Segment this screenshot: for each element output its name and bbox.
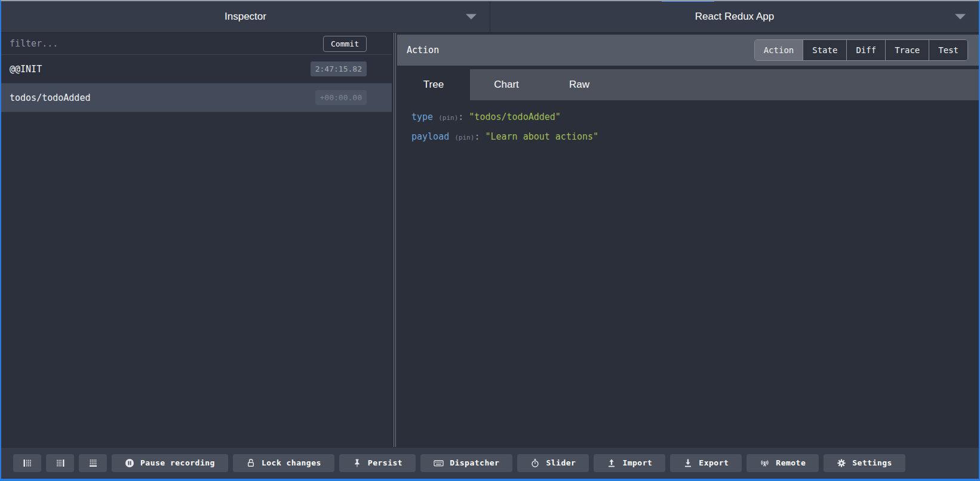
redux-devtools-window: Inspector React Redux App Commit @@INIT …: [0, 0, 980, 481]
instance-selector[interactable]: React Redux App: [490, 1, 979, 32]
tab-trace[interactable]: Trace: [885, 40, 929, 60]
lock-changes-button[interactable]: Lock changes: [233, 454, 334, 472]
pin-link[interactable]: (pin): [454, 134, 474, 141]
toolbar-button-label: Persist: [368, 458, 403, 467]
toolbar-button-label: Lock changes: [262, 458, 321, 467]
toolbar-button-label: Pause recording: [140, 458, 215, 467]
monitor-title: Inspector: [225, 11, 266, 23]
toolbar-button-label: Settings: [852, 458, 892, 467]
monitor-selector[interactable]: Inspector: [1, 1, 490, 32]
detail-header: Action Action State Diff Trace Test: [397, 35, 979, 66]
action-name: @@INIT: [10, 64, 42, 75]
dock-left-icon: [23, 458, 32, 468]
tab-state[interactable]: State: [803, 40, 846, 60]
import-button[interactable]: Import: [594, 454, 665, 472]
tree-key[interactable]: payload: [411, 131, 449, 142]
dispatcher-button[interactable]: Dispatcher: [420, 454, 512, 472]
export-button[interactable]: Export: [670, 454, 742, 472]
tree-value: "todos/todoAdded": [469, 112, 561, 122]
action-name: todos/todoAdded: [10, 92, 90, 103]
inspector-detail-panel: Action Action State Diff Trace Test Tree…: [397, 33, 979, 447]
dock-left-button[interactable]: [13, 454, 41, 472]
action-list-item-init[interactable]: @@INIT 2:47:15.82: [1, 55, 392, 84]
header: Inspector React Redux App: [1, 1, 979, 33]
detail-header-title: Action: [407, 45, 439, 56]
filter-row: Commit: [1, 33, 392, 55]
main-area: Commit @@INIT 2:47:15.82 todos/todoAdded…: [1, 33, 979, 447]
toolbar-button-label: Remote: [776, 458, 806, 467]
tab-test[interactable]: Test: [929, 40, 967, 60]
toolbar-button-label: Dispatcher: [450, 458, 499, 467]
remote-button[interactable]: Remote: [746, 454, 819, 472]
pause-recording-button[interactable]: Pause recording: [112, 454, 228, 472]
action-tree-view: type (pin): "todos/todoAdded" payload (p…: [397, 100, 979, 447]
tree-key[interactable]: type: [411, 112, 433, 122]
action-list-panel: Commit @@INIT 2:47:15.82 todos/todoAdded…: [1, 33, 392, 447]
export-icon: [683, 458, 693, 468]
toolbar-button-label: Import: [622, 458, 652, 467]
toolbar-button-label: Slider: [546, 458, 576, 467]
dock-right-icon: [56, 458, 65, 468]
tree-colon: :: [474, 131, 480, 142]
pin-icon: [352, 458, 362, 468]
tree-colon: :: [458, 112, 463, 122]
settings-button[interactable]: Settings: [824, 454, 905, 472]
persist-button[interactable]: Persist: [339, 454, 416, 472]
slider-button[interactable]: Slider: [517, 454, 589, 472]
lock-icon: [246, 458, 256, 468]
action-list-item-todo-added[interactable]: todos/todoAdded +00:00.00: [1, 84, 392, 112]
action-timestamp: +00:00.00: [315, 90, 367, 105]
tree-row-type: type (pin): "todos/todoAdded": [411, 110, 979, 125]
stopwatch-icon: [530, 458, 540, 468]
tree-row-payload: payload (pin): "Learn about actions": [411, 130, 979, 144]
instance-title: React Redux App: [695, 11, 774, 23]
filter-input[interactable]: [10, 38, 317, 49]
tree-value: "Learn about actions": [485, 131, 598, 142]
tab-action[interactable]: Action: [755, 40, 803, 60]
action-timestamp: 2:47:15.82: [311, 61, 367, 76]
toolbar-button-label: Export: [699, 458, 729, 467]
import-icon: [607, 458, 616, 468]
detail-tab-group: Action State Diff Trace Test: [754, 39, 968, 61]
bottom-toolbar: Pause recording Lock changes Persist: [1, 447, 979, 478]
top-accent-bar: [662, 0, 714, 2]
dock-bottom-icon: [88, 458, 98, 468]
chevron-down-icon: [466, 14, 477, 20]
dock-bottom-button[interactable]: [79, 454, 107, 472]
view-subtab-bar: Tree Chart Raw: [397, 69, 979, 100]
tab-diff[interactable]: Diff: [846, 40, 885, 60]
dock-right-button[interactable]: [46, 454, 74, 472]
subtab-chart[interactable]: Chart: [470, 69, 543, 100]
subtab-tree[interactable]: Tree: [397, 69, 470, 100]
pin-link[interactable]: (pin): [438, 114, 458, 122]
subtab-raw[interactable]: Raw: [543, 69, 616, 100]
keyboard-icon: [434, 458, 444, 468]
remote-icon: [760, 458, 770, 468]
panel-resize-handle[interactable]: [392, 33, 397, 447]
commit-button[interactable]: Commit: [323, 36, 367, 52]
settings-icon: [837, 458, 846, 468]
pause-icon: [125, 458, 134, 468]
chevron-down-icon: [955, 14, 966, 20]
